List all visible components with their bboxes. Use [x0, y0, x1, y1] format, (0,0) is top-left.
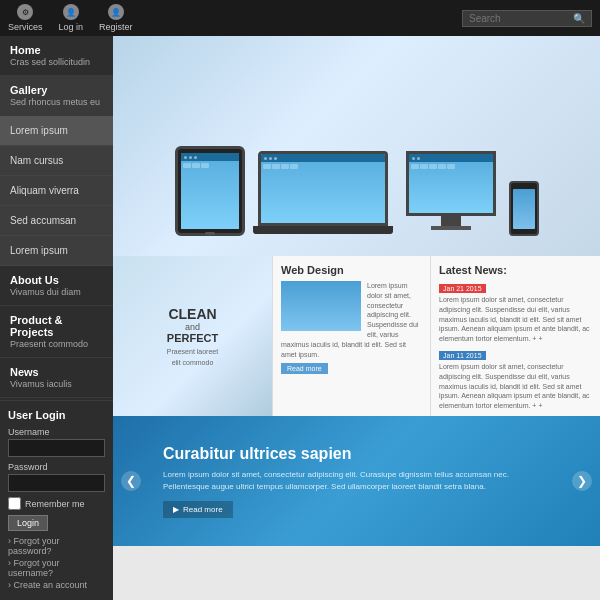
news-item-0: Jan 21 2015 Lorem ipsum dolor sit amet, …	[439, 281, 592, 344]
login-button[interactable]: Login	[8, 515, 48, 531]
clean-bg: CLEAN and PERFECT Praesent laoreet elit …	[113, 256, 272, 416]
login-nav[interactable]: 👤 Log in	[59, 4, 84, 32]
topbar: ⚙ Services 👤 Log in 👤 Register 🔍	[0, 0, 600, 36]
register-nav[interactable]: 👤 Register	[99, 4, 133, 32]
dropdown-item-4[interactable]: Lorem ipsum	[0, 236, 113, 266]
web-design-read-more[interactable]: Read more	[281, 363, 328, 374]
forgot-password-link[interactable]: Forgot your password?	[8, 536, 105, 556]
phone-screen	[513, 189, 535, 229]
password-input[interactable]	[8, 474, 105, 492]
bottom-banner: ❮ Curabitur ultrices sapien Lorem ipsum …	[113, 416, 600, 546]
latest-news-title: Latest News:	[439, 264, 592, 276]
sidebar-item-products[interactable]: Product & Projects Praesent commodo	[0, 306, 113, 358]
web-design-preview	[281, 281, 361, 331]
user-login-panel: User Login Username Password Remember me…	[0, 400, 113, 600]
devices-banner	[113, 36, 600, 256]
prev-button[interactable]: ❮	[121, 471, 141, 491]
clean-perfect-section: CLEAN and PERFECT Praesent laoreet elit …	[113, 256, 273, 416]
news-date-0: Jan 21 2015	[439, 284, 486, 293]
device-tablet	[175, 146, 245, 236]
banner-read-more[interactable]: ▶ Read more	[163, 501, 233, 518]
play-icon: ▶	[173, 505, 179, 514]
services-nav[interactable]: ⚙ Services	[8, 4, 43, 32]
and-text: and	[185, 322, 200, 332]
banner-text: Lorem ipsum dolor sit amet, consectetur …	[163, 469, 550, 493]
news-text-1: Lorem ipsum dolor sit amet, consectetur …	[439, 362, 592, 411]
username-input[interactable]	[8, 439, 105, 457]
username-label: Username	[8, 427, 105, 437]
web-design-title: Web Design	[281, 264, 422, 276]
device-phone	[509, 181, 539, 236]
next-button[interactable]: ❯	[572, 471, 592, 491]
dropdown-item-2[interactable]: Aliquam viverra	[0, 176, 113, 206]
tablet-screen	[181, 153, 239, 229]
dropdown-item-1[interactable]: Nam cursus	[0, 146, 113, 176]
device-laptop	[253, 151, 393, 241]
sidebar-item-news[interactable]: News Vivamus iaculis	[0, 358, 113, 398]
banner-title: Curabitur ultrices sapien	[163, 445, 550, 463]
middle-section: CLEAN and PERFECT Praesent laoreet elit …	[113, 256, 600, 416]
clean-text: CLEAN	[168, 306, 216, 323]
banner-content: Curabitur ultrices sapien Lorem ipsum do…	[143, 445, 570, 518]
news-item-1: Jan 11 2015 Lorem ipsum dolor sit amet, …	[439, 348, 592, 411]
dropdown-item-0[interactable]: Lorem ipsum	[0, 116, 113, 146]
remember-checkbox[interactable]	[8, 497, 21, 510]
search-box[interactable]: 🔍	[462, 10, 592, 27]
sidebar-item-about[interactable]: About Us Vivamus dui diam	[0, 266, 113, 306]
password-label: Password	[8, 462, 105, 472]
device-monitor	[401, 151, 501, 241]
login-icon: 👤	[63, 4, 79, 20]
devices-container	[113, 36, 600, 256]
perfect-text: PERFECT	[167, 332, 218, 344]
main-layout: Home Cras sed sollicitudin Gallery Sed r…	[0, 36, 600, 600]
clean-sub1: Praesent laoreet	[167, 348, 218, 355]
news-date-1: Jan 11 2015	[439, 351, 486, 360]
register-icon: 👤	[108, 4, 124, 20]
services-icon: ⚙	[17, 4, 33, 20]
news-text-0: Lorem ipsum dolor sit amet, consectetur …	[439, 295, 592, 344]
web-design-section: Web Design Lorem ipsum dolor sit amet, c…	[273, 256, 430, 416]
content-area: CLEAN and PERFECT Praesent laoreet elit …	[113, 36, 600, 600]
search-input[interactable]	[469, 13, 573, 24]
latest-news-section: Latest News: Jan 21 2015 Lorem ipsum dol…	[430, 256, 600, 416]
sidebar-item-home[interactable]: Home Cras sed sollicitudin	[0, 36, 113, 76]
monitor-screen	[406, 151, 496, 216]
gallery-dropdown: Lorem ipsum Nam cursus Aliquam viverra S…	[0, 116, 113, 266]
search-icon[interactable]: 🔍	[573, 13, 585, 24]
clean-sub2: elit commodo	[172, 359, 214, 366]
sidebar: Home Cras sed sollicitudin Gallery Sed r…	[0, 36, 113, 600]
sidebar-item-gallery[interactable]: Gallery Sed rhoncus metus eu	[0, 76, 113, 116]
create-account-link[interactable]: Create an account	[8, 580, 105, 590]
forgot-username-link[interactable]: Forgot your username?	[8, 558, 105, 578]
remember-row: Remember me	[8, 497, 105, 510]
laptop-screen	[258, 151, 388, 226]
dropdown-item-3[interactable]: Sed accumsan	[0, 206, 113, 236]
